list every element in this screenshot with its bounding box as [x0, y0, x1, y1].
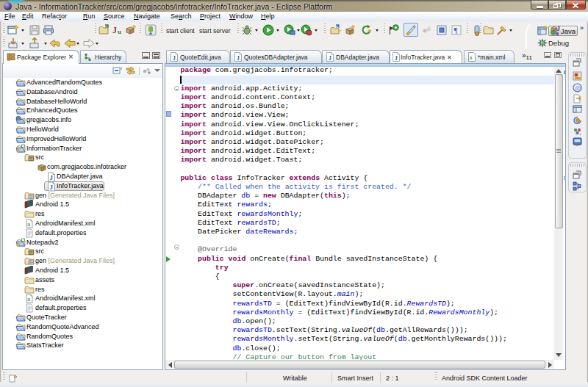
svg-text:J: J	[237, 54, 240, 62]
svg-text:J: J	[50, 184, 54, 191]
svg-text:u: u	[118, 28, 121, 35]
svg-text:J: J	[50, 174, 54, 181]
svg-text:@: @	[576, 85, 581, 92]
svg-text:J: J	[329, 54, 332, 62]
svg-text:J: J	[173, 54, 176, 62]
svg-text:J: J	[557, 26, 561, 32]
svg-text:¶: ¶	[454, 26, 458, 35]
svg-text:J: J	[395, 54, 398, 62]
svg-text:a: a	[470, 55, 473, 60]
svg-text:J: J	[112, 25, 117, 35]
